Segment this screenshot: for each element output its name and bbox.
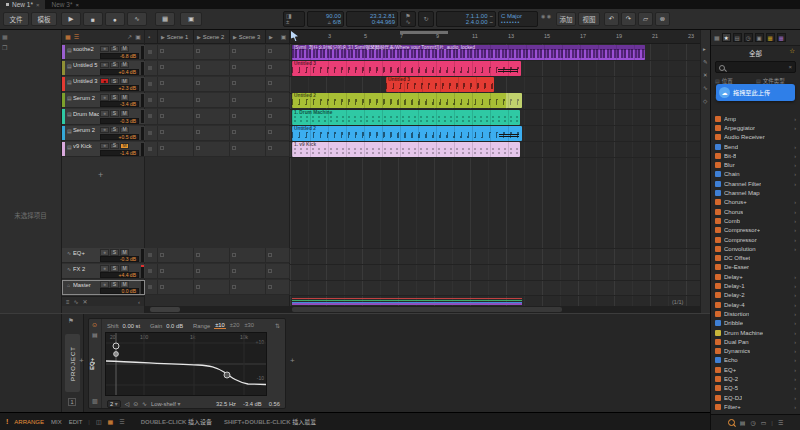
- arm-button[interactable]: ●: [100, 110, 109, 117]
- device-list-item[interactable]: EQ+›: [711, 365, 800, 374]
- empty-slot-icon[interactable]: [232, 130, 236, 134]
- empty-slot-icon[interactable]: [268, 130, 272, 134]
- punch-buttons[interactable]: ◉ ◉: [541, 13, 551, 19]
- empty-slot-icon[interactable]: [160, 285, 164, 289]
- folder-icon[interactable]: ▭: [761, 419, 767, 426]
- empty-slot-icon[interactable]: [232, 49, 236, 53]
- clip-slot[interactable]: [158, 93, 194, 108]
- solo-button[interactable]: S: [110, 249, 119, 256]
- arranger-scroll-thumb[interactable]: [292, 307, 562, 312]
- empty-slot-icon[interactable]: [196, 65, 200, 69]
- empty-slot-icon[interactable]: [232, 269, 236, 273]
- device-list-item[interactable]: EQ-DJ›: [711, 393, 800, 402]
- arranger-clip[interactable]: Untitled 3: [292, 61, 521, 76]
- stop-button[interactable]: ■: [83, 12, 103, 26]
- device-list-item[interactable]: Dynamics›: [711, 347, 800, 356]
- device-list-item[interactable]: Blur›: [711, 161, 800, 170]
- presets-chevron-icon[interactable]: ›: [794, 246, 796, 252]
- empty-slot-icon[interactable]: [232, 285, 236, 289]
- track-name[interactable]: Untitled 5: [73, 62, 99, 68]
- timeline-ruler[interactable]: 1357911131517192123: [290, 30, 700, 44]
- arranger-clip[interactable]: 1. Drum Machine: [292, 110, 520, 125]
- stop-all-header[interactable]: ▪: [145, 30, 158, 44]
- delete-button[interactable]: ⊗: [655, 12, 670, 26]
- browser-tab[interactable]: ▤: [733, 33, 742, 42]
- presets-chevron-icon[interactable]: ›: [794, 320, 796, 326]
- device-list-item[interactable]: Echo›: [711, 356, 800, 365]
- volume-value[interactable]: -1.4 dB: [100, 150, 139, 156]
- dual-panel-icon[interactable]: ◫: [96, 418, 102, 425]
- loop-toggle[interactable]: ↻: [418, 11, 434, 27]
- device-name-label[interactable]: EQ+: [89, 347, 102, 381]
- stop-icon[interactable]: [148, 114, 152, 118]
- device-list-item[interactable]: Compressor›: [711, 235, 800, 244]
- monitor-icon[interactable]: ▣: [135, 33, 141, 40]
- volume-value[interactable]: -0.3 dB: [100, 256, 139, 262]
- template-menu-button[interactable]: 模板: [31, 12, 57, 26]
- view-tab-mix[interactable]: MIX: [51, 419, 62, 425]
- presets-chevron-icon[interactable]: ›: [794, 144, 796, 150]
- shift-value[interactable]: 0.00 st: [123, 323, 140, 329]
- clip-slot[interactable]: [266, 280, 290, 295]
- device-list-item[interactable]: Audio Receiver: [711, 133, 800, 142]
- grid-view-icon[interactable]: ▦: [108, 418, 114, 425]
- mute-button[interactable]: M: [120, 127, 129, 134]
- track-name[interactable]: Untitled 3 2: [73, 78, 99, 84]
- scene-header[interactable]: ▶Scene 2: [194, 30, 230, 44]
- solo-button[interactable]: S: [110, 62, 119, 69]
- clip-slot[interactable]: [158, 77, 194, 92]
- device-list-item[interactable]: EQ-2›: [711, 374, 800, 383]
- clip-slot[interactable]: [194, 264, 230, 279]
- band-power-icon[interactable]: ⊙: [133, 401, 138, 407]
- undo-button[interactable]: ↶: [604, 12, 619, 26]
- stop-cell[interactable]: [145, 77, 158, 92]
- device-list-item[interactable]: EQ-5›: [711, 384, 800, 393]
- solo-button[interactable]: S: [110, 281, 119, 288]
- track-row[interactable]: ▤soothe2●SM-6.8 dB: [62, 45, 145, 60]
- insert-device-after-button[interactable]: +: [290, 356, 295, 365]
- stop-icon[interactable]: [148, 98, 152, 102]
- loop-icon[interactable]: ↻: [423, 16, 428, 22]
- expand-icon[interactable]: ↗: [127, 33, 132, 40]
- presets-chevron-icon[interactable]: ›: [794, 348, 796, 354]
- play-button[interactable]: ▶: [61, 12, 81, 26]
- clip-slot[interactable]: [230, 142, 266, 157]
- track-name[interactable]: Serum 2: [73, 95, 99, 101]
- mute-button[interactable]: M: [120, 46, 129, 53]
- track-row[interactable]: ▤Untitled 5●SM+0.4 dB: [62, 61, 145, 76]
- search-icon[interactable]: [728, 419, 735, 426]
- device-list-item[interactable]: Chorus›: [711, 207, 800, 216]
- clip-slot[interactable]: [158, 126, 194, 141]
- volume-value[interactable]: 0.0 dB: [100, 288, 139, 294]
- stop-icon[interactable]: [148, 269, 152, 273]
- stop-icon[interactable]: [148, 131, 152, 135]
- arranger-clip[interactable]: 1. v9 Kick: [292, 142, 520, 157]
- empty-slot-icon[interactable]: [160, 269, 164, 273]
- key-signature-box[interactable]: C Major •••••••: [498, 11, 538, 27]
- preset-browser-icon[interactable]: ▤: [92, 331, 98, 338]
- device-list-item[interactable]: Channel Filter›: [711, 179, 800, 188]
- edit-tool-icon[interactable]: ✎: [703, 59, 708, 65]
- mute-button[interactable]: M: [120, 281, 129, 288]
- stop-cell[interactable]: [145, 248, 158, 263]
- track-row[interactable]: ▤Untitled 3 2●SM+2.3 dB: [62, 77, 145, 92]
- range-option[interactable]: ±20: [229, 322, 241, 329]
- track-name[interactable]: EQ+: [73, 250, 99, 256]
- clip-slot[interactable]: [158, 264, 194, 279]
- arm-button[interactable]: ●: [100, 265, 109, 272]
- presets-chevron-icon[interactable]: ›: [794, 283, 796, 289]
- stop-cell[interactable]: [145, 109, 158, 124]
- presets-chevron-icon[interactable]: ›: [794, 153, 796, 159]
- minimized-track-bar[interactable]: [292, 303, 522, 304]
- solo-button[interactable]: S: [110, 78, 119, 85]
- arranger-clip[interactable]: Untitled 2: [292, 126, 522, 141]
- metronome-icon[interactable]: ▵: [328, 19, 331, 25]
- volume-value[interactable]: +0.5 dB: [100, 134, 139, 140]
- clip-slot[interactable]: [230, 264, 266, 279]
- arranger-scrollbar[interactable]: [290, 306, 700, 313]
- transport-offset-icon[interactable]: ±: [286, 19, 289, 25]
- track-name[interactable]: FX 2: [73, 266, 99, 272]
- presets-chevron-icon[interactable]: ›: [794, 395, 796, 401]
- empty-slot-icon[interactable]: [160, 114, 164, 118]
- marker-box[interactable]: ⚑ ∿: [400, 11, 416, 27]
